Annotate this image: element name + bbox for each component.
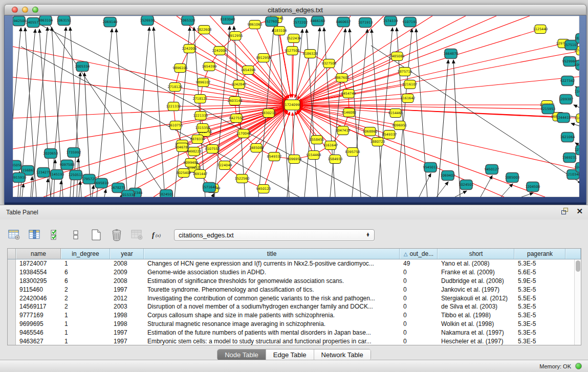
citation-edge-black[interactable] <box>501 184 513 197</box>
show-columns-icon[interactable] <box>28 228 42 242</box>
table-row[interactable]: 977716911998Corpus callosum shape and si… <box>8 311 574 320</box>
table-row[interactable]: 2242004622012Investigating the contribut… <box>8 294 574 302</box>
citation-edge-black[interactable] <box>419 173 431 197</box>
memory-ok-indicator[interactable] <box>575 363 582 369</box>
citation-edge-black[interactable] <box>104 189 106 197</box>
citation-edge-red[interactable] <box>300 98 408 104</box>
table-cell[interactable]: 19384554 <box>16 269 61 276</box>
table-cell[interactable]: Tourette syndrome. Phenomenology and cla… <box>144 286 400 293</box>
table-cell[interactable]: Estimation of the future numbers of pati… <box>144 329 400 336</box>
column-header-year[interactable]: year <box>110 249 144 259</box>
close-window-button[interactable] <box>12 7 18 13</box>
table-cell[interactable]: 9463627 <box>16 338 61 345</box>
new-table-icon[interactable] <box>89 228 103 242</box>
table-cell[interactable]: Disruption of a novel member of a sodium… <box>144 303 400 310</box>
table-cell[interactable]: 0 <box>400 277 438 285</box>
table-cell[interactable]: 2 <box>61 286 110 293</box>
tab-node-table[interactable]: Node Table <box>217 349 266 360</box>
table-cell[interactable]: 2008 <box>110 277 144 285</box>
table-cell[interactable]: Wolkin et al. (1998) <box>438 320 514 327</box>
citation-edge-red[interactable] <box>220 51 286 100</box>
table-row[interactable]: 1830029562008Estimation of significance … <box>8 277 574 286</box>
citation-edge-black[interactable] <box>455 191 467 197</box>
table-cell[interactable]: Embryonic stem cells: a model to study s… <box>144 338 400 345</box>
table-cell[interactable]: 9465546 <box>16 329 61 336</box>
float-panel-icon[interactable] <box>561 208 569 215</box>
table-cell[interactable]: 2 <box>61 303 110 310</box>
table-row[interactable]: 1872400712008Changes of HCN gene express… <box>8 259 574 268</box>
citation-network-graph[interactable]: 9127508818632893275082867608845474991460… <box>13 16 579 197</box>
table-row[interactable]: 911546021997Tourette syndrome. Phenomeno… <box>8 285 574 294</box>
table-cell[interactable]: 2012 <box>110 295 144 302</box>
table-cell[interactable]: 1 <box>61 329 110 336</box>
table-cell[interactable]: 0 <box>400 303 438 310</box>
row-height-icon[interactable] <box>69 228 83 242</box>
table-cell[interactable]: 5.3E-5 <box>514 260 565 267</box>
citation-edge-black[interactable] <box>481 176 492 197</box>
column-header-out_de[interactable]: △out_de... <box>400 249 438 259</box>
citation-edge-red[interactable] <box>292 76 579 105</box>
table-cell[interactable]: 5.3E-5 <box>514 303 565 310</box>
tab-network-table[interactable]: Network Table <box>314 349 371 360</box>
table-cell[interactable]: Estimation of significance thresholds fo… <box>144 277 400 285</box>
citation-edge-black[interactable] <box>574 105 579 107</box>
citation-edge-red[interactable] <box>299 78 342 101</box>
table-cell[interactable]: 2 <box>61 295 110 302</box>
citation-edge-black[interactable] <box>31 177 32 197</box>
table-cell[interactable]: Changes of HCN gene expression and I(f) … <box>144 260 400 267</box>
citation-edge-red[interactable] <box>146 16 292 105</box>
minimize-window-button[interactable] <box>22 7 28 13</box>
column-header-pagerank[interactable]: pagerank <box>514 249 565 259</box>
table-cell[interactable]: 6 <box>61 277 110 285</box>
table-cell[interactable]: Tibbo et al. (1998) <box>438 312 514 319</box>
delete-table-icon[interactable] <box>110 228 124 242</box>
table-cell[interactable]: Investigating the contribution of common… <box>144 295 400 302</box>
table-cell[interactable]: 5.3E-5 <box>514 312 565 319</box>
table-cell[interactable]: 49 <box>400 260 438 267</box>
window-titlebar[interactable]: citations_edges.txt <box>4 4 586 15</box>
table-cell[interactable]: Corpus callosum shape and size in male p… <box>144 312 400 319</box>
table-cell[interactable]: 1998 <box>110 320 144 327</box>
table-cell[interactable]: 5.3E-5 <box>514 338 565 345</box>
table-cell[interactable]: 1 <box>61 338 110 345</box>
table-cell[interactable]: 0 <box>400 269 438 276</box>
citation-edge-black[interactable] <box>372 29 383 197</box>
table-row[interactable]: 946554611997Estimation of the future num… <box>8 328 574 337</box>
zoom-window-button[interactable] <box>32 7 38 13</box>
citation-edge-black[interactable] <box>92 185 94 197</box>
table-cell[interactable]: 9777169 <box>16 312 61 319</box>
table-cell[interactable]: Hescheler et al. (1997) <box>438 338 514 345</box>
table-cell[interactable]: 18724007 <box>16 260 61 267</box>
table-cell[interactable]: 14569117 <box>16 303 61 310</box>
table-scrollbar[interactable] <box>574 259 581 345</box>
citation-edge-red[interactable] <box>297 63 329 99</box>
table-row[interactable]: 1938455462009Genome-wide association stu… <box>8 268 574 277</box>
citation-edge-black[interactable] <box>571 123 579 126</box>
table-cell[interactable]: 0 <box>400 320 438 327</box>
table-cell[interactable]: Dudbridge et al. (2008) <box>438 277 514 285</box>
citation-edge-red[interactable] <box>154 105 292 197</box>
table-cell[interactable]: 1998 <box>110 312 144 319</box>
citation-edge-red[interactable] <box>292 16 466 105</box>
table-cell[interactable]: 1997 <box>110 329 144 336</box>
close-panel-icon[interactable]: ✕ <box>576 208 583 215</box>
table-cell[interactable]: 5.3E-5 <box>514 320 565 327</box>
table-cell[interactable]: 5.3E-5 <box>514 329 565 336</box>
citation-edge-black[interactable] <box>521 193 533 197</box>
function-builder-icon[interactable]: f(x) <box>150 228 165 242</box>
table-cell[interactable]: 0 <box>400 329 438 336</box>
table-cell[interactable]: 2003 <box>110 303 144 310</box>
citation-edge-black[interactable] <box>154 27 165 197</box>
table-cell[interactable]: 6 <box>61 269 110 276</box>
table-cell[interactable]: 1 <box>61 260 110 267</box>
citation-edge-black[interactable] <box>97 29 112 197</box>
table-row[interactable]: 946362711997Embryonic stem cells: a mode… <box>8 337 574 345</box>
table-cell[interactable]: 22420046 <box>16 295 61 302</box>
table-cell[interactable]: Franke et al. (2009) <box>438 269 514 276</box>
table-cell[interactable]: 9115460 <box>16 286 61 293</box>
table-cell[interactable]: 18300295 <box>16 277 61 285</box>
table-row[interactable]: 1456911722003Disruption of a novel membe… <box>8 302 574 311</box>
citation-edge-black[interactable] <box>212 193 214 197</box>
citation-edge-black[interactable] <box>60 181 61 197</box>
import-table-icon[interactable] <box>130 228 144 242</box>
